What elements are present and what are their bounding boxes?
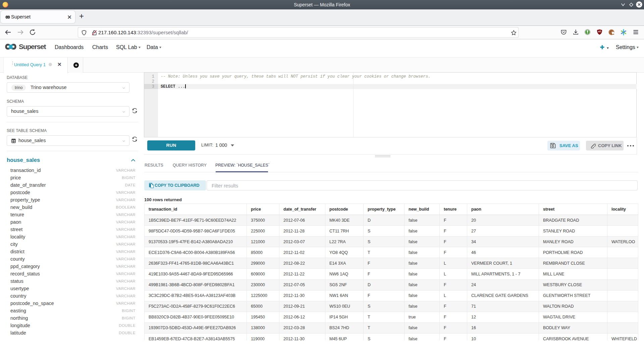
svg-text:uO: uO bbox=[598, 30, 601, 33]
